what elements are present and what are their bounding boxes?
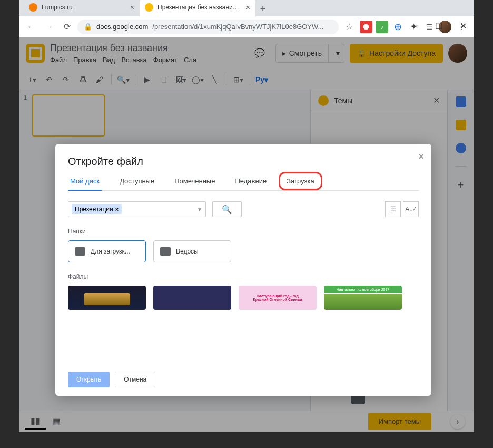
filter-chip[interactable]: Презентации× [72, 204, 122, 214]
favicon-icon [145, 3, 153, 12]
url-host: docs.google.com [96, 23, 148, 31]
favicon-icon [29, 3, 37, 12]
tab-label: Презентация без названия - Go [157, 4, 242, 11]
forward-button[interactable]: → [42, 20, 56, 34]
new-tab-button[interactable]: + [255, 2, 270, 16]
shared-folder-icon [160, 247, 171, 256]
dialog-title: Откройте файл [68, 155, 419, 168]
close-icon[interactable]: × [246, 3, 250, 12]
close-dialog-icon[interactable]: × [418, 151, 424, 162]
folder-item[interactable]: Для загрузк... [68, 240, 146, 262]
minimize-icon[interactable]: ─ [407, 18, 422, 33]
browser-tab-slides[interactable]: Презентация без названия - Go × [140, 0, 255, 16]
address-bar[interactable]: 🔒 docs.google.com/presentation/d/1xumKjq… [77, 20, 339, 34]
tab-upload[interactable]: Загрузка [284, 177, 317, 190]
dropdown-icon[interactable]: ▼ [197, 207, 202, 212]
url-path: /presentation/d/1xumKjqQaIvBvnyWTJjK7iL0… [152, 23, 323, 31]
extension-icon[interactable]: ⊕ [391, 21, 404, 33]
tab-recent[interactable]: Недавние [233, 177, 269, 190]
filter-input[interactable]: Презентации× ▼ [68, 201, 206, 217]
open-file-dialog: × Откройте файл Мой диск Доступные Помеч… [55, 144, 431, 396]
star-icon[interactable]: ☆ [342, 20, 357, 34]
file-item[interactable] [68, 286, 146, 310]
extension-icon[interactable] [360, 21, 372, 33]
file-item[interactable]: Навчально-польові збори 2017 [324, 286, 402, 310]
file-item[interactable] [153, 286, 231, 310]
search-button[interactable]: 🔍 [212, 201, 242, 217]
cancel-button[interactable]: Отмена [115, 372, 155, 387]
tab-label: Lumpics.ru [42, 4, 126, 11]
tab-my-drive[interactable]: Мой диск [68, 177, 102, 190]
folders-label: Папки [68, 228, 419, 235]
folder-icon [75, 247, 85, 256]
lock-icon: 🔒 [84, 23, 92, 31]
files-label: Файлы [68, 273, 419, 280]
sort-button[interactable]: A↓Z [403, 201, 419, 217]
back-button[interactable]: ← [24, 20, 38, 34]
remove-chip-icon[interactable]: × [115, 206, 119, 212]
file-item[interactable]: Наступающий год - год Красной Огненной С… [239, 286, 317, 310]
tab-shared[interactable]: Доступные [117, 177, 156, 190]
close-window-icon[interactable]: ✕ [456, 18, 470, 33]
maximize-icon[interactable]: ☐ [431, 18, 446, 33]
folder-item[interactable]: Ведосы [153, 240, 231, 262]
browser-tab-lumpics[interactable]: Lumpics.ru × [24, 0, 140, 16]
reload-button[interactable]: ⟳ [60, 20, 74, 34]
close-icon[interactable]: × [130, 3, 134, 12]
open-button[interactable]: Открыть [68, 372, 110, 387]
tab-starred[interactable]: Помеченные [172, 177, 217, 190]
extension-icon[interactable]: ♪ [376, 21, 388, 33]
list-view-button[interactable]: ☰ [385, 201, 401, 217]
